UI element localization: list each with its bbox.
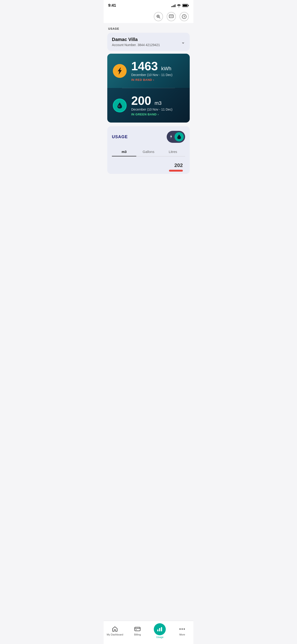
toggle-electricity-icon [170, 134, 173, 139]
electricity-band[interactable]: IN RED BAND [131, 78, 172, 82]
account-card[interactable]: Damac Villa Account Number. 3844 4212942… [107, 33, 190, 51]
svg-rect-2 [183, 4, 187, 6]
utility-toggle[interactable] [167, 131, 185, 143]
toggle-water-circle [174, 132, 184, 142]
card-separator [107, 88, 190, 88]
usage-cards-container: 1463 kWh December (10 Nov - 11 Dec) IN R… [107, 54, 190, 122]
chevron-down-icon[interactable]: ⌄ [181, 39, 185, 45]
water-card[interactable]: 200 m3 December (10 Nov - 11 Dec) IN GRE… [107, 88, 190, 122]
svg-rect-9 [172, 16, 173, 16]
help-button[interactable]: ? [180, 12, 189, 21]
tab-m3[interactable]: m3 [112, 148, 136, 156]
status-bar: 9:41 [104, 0, 194, 9]
water-period: December (10 Nov - 11 Dec) [131, 108, 172, 111]
electricity-card[interactable]: 1463 kWh December (10 Nov - 11 Dec) IN R… [107, 54, 190, 88]
toggle-water-icon [177, 134, 181, 139]
chart-bar [169, 170, 183, 172]
account-name: Damac Villa [112, 37, 160, 42]
svg-marker-14 [170, 135, 172, 138]
svg-point-5 [158, 16, 159, 17]
usage-detail-title: USAGE [112, 134, 128, 139]
message-button[interactable] [167, 12, 176, 21]
search-icon [156, 14, 161, 19]
header-toolbar: ? [104, 9, 194, 23]
svg-marker-12 [118, 68, 122, 74]
water-value: 200 m3 [131, 95, 172, 107]
help-icon: ? [182, 14, 186, 19]
signal-bars-icon [171, 4, 176, 7]
chart-value: 202 [174, 162, 183, 168]
status-time: 9:41 [108, 3, 116, 8]
battery-icon [182, 4, 189, 7]
water-icon [113, 98, 127, 112]
electricity-value: 1463 kWh [131, 60, 172, 72]
tab-gallons[interactable]: Gallons [136, 148, 161, 156]
electricity-data: 1463 kWh December (10 Nov - 11 Dec) IN R… [131, 60, 172, 82]
water-band[interactable]: IN GREEN BAND [131, 113, 172, 116]
lightning-icon [116, 67, 123, 75]
section-label: USAGE [104, 23, 194, 33]
status-icons [171, 4, 189, 7]
usage-detail-header: USAGE [112, 131, 185, 143]
svg-text:?: ? [183, 15, 185, 18]
search-button[interactable] [154, 12, 163, 21]
unit-tabs: m3 Gallons Litres [112, 148, 185, 156]
svg-point-13 [118, 105, 120, 107]
svg-rect-1 [188, 5, 189, 6]
electricity-icon [113, 64, 127, 78]
svg-line-4 [159, 17, 160, 18]
svg-rect-7 [170, 16, 171, 16]
tab-litres[interactable]: Litres [161, 148, 185, 156]
wifi-icon [177, 4, 181, 7]
water-drop-icon [117, 102, 122, 109]
electricity-period: December (10 Nov - 11 Dec) [131, 73, 172, 77]
svg-rect-8 [171, 16, 172, 16]
account-number: Account Number. 3844 42129421 [112, 43, 160, 47]
usage-detail-card: USAGE m3 Gallons Litres [107, 126, 190, 174]
water-data: 200 m3 December (10 Nov - 11 Dec) IN GRE… [131, 95, 172, 116]
chart-area: 202 [112, 160, 185, 174]
account-info: Damac Villa Account Number. 3844 4212942… [112, 37, 160, 47]
message-icon [169, 14, 174, 19]
